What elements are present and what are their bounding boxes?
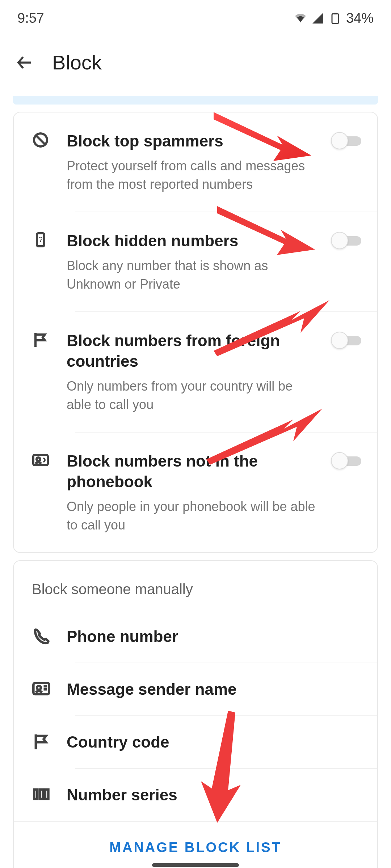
setting-block-not-in-phonebook[interactable]: Block numbers not in the phonebook Only … [14, 433, 377, 552]
manual-label: Phone number [67, 627, 178, 646]
arrow-left-icon [15, 53, 34, 72]
manage-block-list-label: MANAGE BLOCK LIST [109, 840, 281, 855]
setting-block-foreign-countries[interactable]: Block numbers from foreign countries Onl… [14, 312, 377, 432]
setting-block-hidden-numbers[interactable]: ? Block hidden numbers Block any number … [14, 212, 377, 311]
manual-label: Number series [67, 786, 177, 804]
toggle-block-top-spammers[interactable] [331, 133, 361, 149]
info-banner-strip [13, 96, 378, 105]
svg-rect-1 [333, 13, 337, 14]
setting-description: Only numbers from your country will be a… [67, 377, 318, 414]
setting-description: Only people in your phonebook will be ab… [67, 498, 318, 534]
block-icon [32, 131, 49, 149]
manual-section-title: Block someone manually [14, 561, 377, 610]
back-button[interactable] [14, 52, 35, 73]
navigation-handle[interactable] [152, 863, 239, 867]
setting-block-top-spammers[interactable]: Block top spammers Protect yourself from… [14, 112, 377, 212]
flag-icon [32, 732, 51, 751]
setting-title: Block numbers not in the phonebook [67, 451, 318, 492]
svg-line-3 [36, 136, 45, 144]
svg-rect-14 [34, 790, 38, 799]
page-title: Block [52, 51, 102, 74]
manual-number-series[interactable]: Number series [14, 769, 377, 821]
flag-icon [32, 331, 49, 348]
wifi-icon [294, 12, 307, 25]
svg-rect-15 [40, 790, 43, 799]
toggle-block-hidden-numbers[interactable] [331, 233, 361, 248]
toggle-block-not-in-phonebook[interactable] [331, 453, 361, 469]
status-bar: 9:57 34% [0, 0, 391, 36]
svg-point-10 [37, 686, 41, 690]
manual-country-code[interactable]: Country code [14, 716, 377, 768]
setting-title: Block top spammers [67, 131, 318, 151]
toggle-block-foreign-countries[interactable] [331, 332, 361, 348]
svg-text:?: ? [38, 235, 42, 243]
phone-unknown-icon: ? [32, 231, 49, 248]
manual-phone-number[interactable]: Phone number [14, 610, 377, 663]
manage-block-list-button[interactable]: MANAGE BLOCK LIST [14, 821, 377, 868]
manual-label: Message sender name [67, 680, 237, 698]
setting-description: Block any number that is shown as Unknow… [67, 257, 318, 293]
contact-card-icon [32, 679, 51, 698]
contact-phone-icon [32, 451, 49, 469]
setting-description: Protect yourself from calls and messages… [67, 157, 318, 193]
status-time: 9:57 [17, 10, 44, 26]
battery-icon [329, 12, 342, 25]
setting-title: Block numbers from foreign countries [67, 330, 318, 371]
battery-percent: 34% [346, 10, 374, 26]
setting-title: Block hidden numbers [67, 230, 318, 251]
svg-rect-16 [45, 790, 49, 799]
manual-message-sender-name[interactable]: Message sender name [14, 663, 377, 715]
phone-icon [32, 626, 51, 645]
block-manual-card: Block someone manually Phone number Mess… [13, 560, 378, 868]
svg-point-8 [37, 458, 40, 461]
header: Block [0, 36, 391, 96]
manual-label: Country code [67, 733, 169, 751]
signal-icon [311, 12, 324, 25]
number-series-icon [32, 785, 51, 804]
svg-rect-0 [332, 14, 339, 24]
block-settings-card: Block top spammers Protect yourself from… [13, 112, 378, 553]
